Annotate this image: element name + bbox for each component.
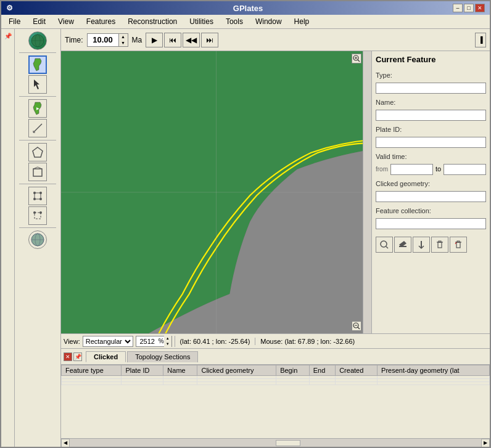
- africa-view-tool[interactable]: ▶: [28, 99, 47, 118]
- map-container[interactable]: [61, 51, 371, 333]
- tab-topology-sections[interactable]: Topology Sections: [127, 351, 198, 362]
- skip-to-end-button[interactable]: ⏭: [201, 33, 218, 47]
- menu-reconstruction[interactable]: Reconstruction: [123, 16, 182, 27]
- view-select[interactable]: Rectangular: [83, 336, 133, 347]
- menu-window[interactable]: Window: [250, 16, 287, 27]
- close-button[interactable]: ✕: [475, 4, 485, 12]
- bottom-panel-close[interactable]: ✕: [64, 352, 72, 361]
- scrollbar-thumb[interactable]: [276, 440, 300, 446]
- svg-text:▶: ▶: [36, 107, 39, 110]
- zoom-spinners: ▲ ▼: [164, 336, 171, 347]
- polygon-tool[interactable]: [28, 143, 47, 161]
- time-input[interactable]: [88, 35, 118, 44]
- zoom-symbol: %: [159, 338, 164, 344]
- zoom-input[interactable]: [136, 338, 159, 345]
- time-input-wrap[interactable]: ▲ ▼: [87, 33, 128, 47]
- time-label: Time:: [65, 36, 83, 44]
- svg-line-28: [358, 60, 360, 62]
- menu-view[interactable]: View: [53, 16, 79, 27]
- delete-button-2[interactable]: [450, 237, 467, 253]
- app-icon: ⚙: [6, 4, 13, 12]
- svg-rect-42: [456, 242, 460, 248]
- bottom-table-wrap[interactable]: Feature type Plate ID Name Clicked geome…: [61, 365, 490, 438]
- menu-tools[interactable]: Tools: [221, 16, 248, 27]
- view-label: View:: [64, 338, 80, 345]
- center-area: Time: ▲ ▼ Ma ▶ ⏮ ◀◀ ⏭ ▐: [61, 29, 490, 447]
- query-button[interactable]: [376, 237, 393, 253]
- maximize-button[interactable]: □: [464, 4, 474, 12]
- svg-line-32: [358, 327, 360, 329]
- menu-edit[interactable]: Edit: [28, 16, 51, 27]
- measure-tool[interactable]: [28, 119, 47, 137]
- main-window: ⚙ GPlates – □ ✕ File Edit View Features …: [0, 0, 491, 448]
- click-canvas-tool[interactable]: [28, 75, 47, 94]
- globe-tool[interactable]: [28, 31, 47, 50]
- time-scroll[interactable]: ▐: [475, 33, 486, 47]
- globe-tool-2[interactable]: [28, 230, 47, 249]
- status-bar: View: Rectangular % ▲ ▼ (lat: 60.41 ; lo…: [61, 333, 490, 348]
- clicked-geometry-field: [376, 191, 486, 202]
- menu-file[interactable]: File: [4, 16, 25, 27]
- name-label: Name:: [376, 99, 486, 106]
- properties-button[interactable]: [413, 237, 430, 253]
- valid-time-label: Valid time:: [376, 153, 486, 160]
- minimize-button[interactable]: –: [453, 4, 463, 12]
- zoom-spin-down[interactable]: ▼: [164, 341, 171, 347]
- left-toolbar: 📌: [1, 29, 15, 447]
- panel-title: Current Feature: [376, 55, 486, 64]
- topology-tool-1[interactable]: [28, 187, 47, 205]
- play-button[interactable]: ▶: [146, 33, 163, 47]
- svg-rect-39: [438, 242, 442, 248]
- to-label: to: [435, 165, 441, 173]
- bottom-scrollbar[interactable]: ◀ ▶: [61, 438, 490, 447]
- dock-icon[interactable]: 📌: [3, 31, 13, 41]
- status-view: View: Rectangular % ▲ ▼: [61, 336, 175, 347]
- status-coords: (lat: 60.41 ; lon: -25.64): [175, 338, 255, 345]
- menu-help[interactable]: Help: [289, 16, 315, 27]
- tab-bar: Clicked Topology Sections: [86, 351, 199, 362]
- rectangle-tool[interactable]: [28, 163, 47, 181]
- menu-features[interactable]: Features: [81, 16, 120, 27]
- skip-to-start-button[interactable]: ⏮: [164, 33, 181, 47]
- svg-point-19: [33, 211, 36, 214]
- time-unit: Ma: [132, 36, 142, 44]
- tab-clicked[interactable]: Clicked: [86, 351, 126, 362]
- svg-marker-17: [35, 193, 41, 199]
- zoom-spin-up[interactable]: ▲: [164, 336, 171, 341]
- scroll-left-arrow[interactable]: ◀: [61, 439, 70, 447]
- map-and-panel: Current Feature Type: Name: Plate ID: Va…: [61, 51, 490, 333]
- svg-marker-18: [35, 213, 41, 219]
- col-begin: Begin: [276, 365, 310, 376]
- time-spin-up[interactable]: ▲: [119, 34, 128, 40]
- zoom-input-wrap[interactable]: % ▲ ▼: [136, 336, 172, 347]
- time-spinners: ▲ ▼: [118, 34, 128, 46]
- zoom-in-button[interactable]: [352, 54, 361, 63]
- svg-rect-41: [439, 241, 441, 242]
- map-vscrollbar[interactable]: [363, 51, 371, 333]
- svg-point-34: [381, 241, 387, 247]
- time-spin-down[interactable]: ▼: [119, 40, 128, 46]
- edit-button[interactable]: [394, 237, 411, 253]
- type-label: Type:: [376, 71, 486, 79]
- topology-tool-2[interactable]: [28, 206, 47, 225]
- svg-marker-3: [33, 59, 41, 71]
- menu-utilities[interactable]: Utilities: [184, 16, 218, 27]
- delete-button-1[interactable]: [431, 237, 448, 253]
- scroll-right-arrow[interactable]: ▶: [481, 439, 490, 447]
- scrollbar-track[interactable]: [70, 440, 481, 446]
- type-field: [376, 83, 486, 94]
- bottom-panel-pin[interactable]: 📌: [73, 352, 82, 361]
- zoom-out-button[interactable]: [352, 321, 361, 331]
- table-row: [62, 382, 490, 385]
- clicked-geometry-label: Clicked geometry:: [376, 180, 486, 187]
- name-field: [376, 110, 486, 121]
- bottom-panel: ✕ 📌 Clicked Topology Sections Feature ty…: [61, 348, 490, 447]
- window-controls: – □ ✕: [453, 4, 485, 12]
- svg-line-35: [386, 246, 388, 248]
- africa-reconstruct-tool[interactable]: [28, 55, 47, 74]
- col-present-day: Present-day geometry (lat: [378, 365, 490, 376]
- to-field: [444, 164, 486, 175]
- icon-toolbar: ▶: [15, 29, 61, 447]
- step-back-button[interactable]: ◀◀: [183, 33, 200, 47]
- col-clicked-geometry: Clicked geometry: [197, 365, 276, 376]
